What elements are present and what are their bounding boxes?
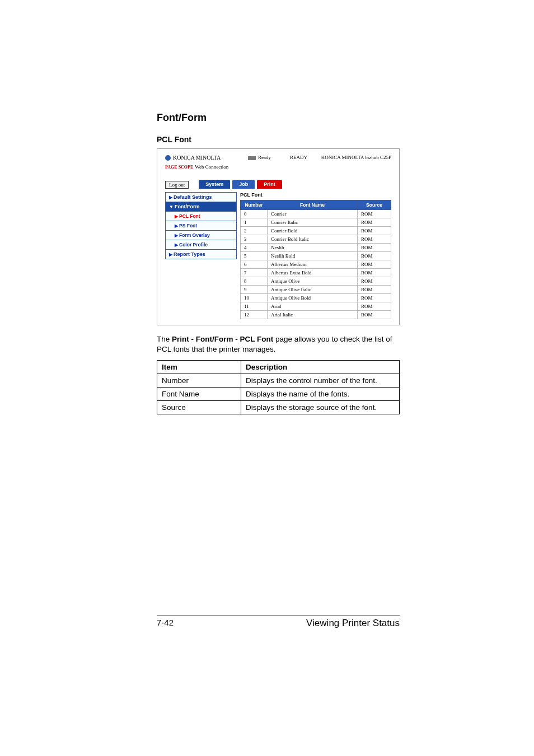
sidebar-label: Report Types: [174, 251, 205, 257]
cell-number: 6: [241, 260, 268, 269]
cell-number: 1: [241, 218, 268, 227]
cell-font-name: Courier Bold: [268, 227, 358, 235]
cell-source: ROM: [358, 286, 391, 294]
table-row: SourceDisplays the storage source of the…: [157, 401, 400, 414]
triangle-down-icon: ▼: [169, 204, 174, 209]
cell-source: ROM: [358, 269, 391, 277]
cell-source: ROM: [358, 244, 391, 252]
table-row: Font NameDisplays the name of the fonts.: [157, 388, 400, 401]
page-number: 7-42: [157, 618, 174, 629]
description-table: Item Description NumberDisplays the cont…: [157, 360, 400, 414]
table-row: 1Courier ItalicROM: [241, 218, 391, 227]
brand-text: KONICA MINOLTA: [173, 155, 221, 161]
cell-font-name: Arial: [268, 302, 358, 311]
table-row: 3Courier Bold ItalicROM: [241, 235, 391, 244]
sidebar-sub-ps-font[interactable]: ▶PS Font: [165, 221, 237, 231]
tab-system[interactable]: System: [199, 180, 230, 189]
screenshot-panel: KONICA MINOLTA PAGE SCOPE Web Connection…: [157, 148, 400, 325]
subbrand-row: PAGE SCOPE Web Connection: [165, 164, 228, 170]
cell-font-name: Arial Italic: [268, 311, 358, 319]
cell-font-name: Courier: [268, 210, 358, 218]
th-item: Item: [157, 361, 241, 374]
ready-big: READY: [290, 155, 307, 160]
table-row: 2Courier BoldROM: [241, 227, 391, 235]
cell-number: 3: [241, 235, 268, 244]
cell-description: Displays the name of the fonts.: [241, 388, 400, 401]
cell-source: ROM: [358, 252, 391, 260]
pcl-font-table: Number Font Name Source 0CourierROM1Cour…: [240, 200, 391, 319]
tab-print[interactable]: Print: [257, 180, 282, 189]
cell-font-name: Antique Olive: [268, 277, 358, 286]
th-number: Number: [241, 200, 268, 210]
sidebar-label: Font/Form: [175, 204, 200, 209]
cell-item: Font Name: [157, 388, 241, 401]
cell-number: 11: [241, 302, 268, 311]
triangle-right-icon: ▶: [175, 214, 178, 219]
table-row: 11ArialROM: [241, 302, 391, 311]
cell-source: ROM: [358, 294, 391, 302]
cell-number: 12: [241, 311, 268, 319]
triangle-right-icon: ▶: [175, 242, 178, 248]
body-text-prefix: The: [157, 335, 172, 343]
cell-font-name: Neslih: [268, 244, 358, 252]
main-panel-title: PCL Font: [240, 192, 391, 198]
th-font-name: Font Name: [268, 200, 358, 210]
cell-source: ROM: [358, 235, 391, 244]
body-paragraph: The Print - Font/Form - PCL Font page al…: [157, 334, 400, 354]
cell-font-name: Albertus Medium: [268, 260, 358, 269]
table-row: 8Antique OliveROM: [241, 277, 391, 286]
table-row: 4NeslihROM: [241, 244, 391, 252]
subbrand-text: Web Connection: [195, 164, 228, 170]
sidebar-item-font-form[interactable]: ▼Font/Form: [165, 202, 237, 212]
table-row: 0CourierROM: [241, 210, 391, 218]
cell-description: Displays the storage source of the font.: [241, 401, 400, 414]
konica-logo-icon: [165, 155, 171, 161]
sidebar-item-report-types[interactable]: ▶Report Types: [165, 249, 237, 259]
table-row: 12Arial ItalicROM: [241, 311, 391, 319]
device-name: KONICA MINOLTA bizhub C25P: [321, 155, 391, 160]
heading-font-form: Font/Form: [157, 112, 400, 124]
cell-source: ROM: [358, 277, 391, 286]
cell-font-name: Courier Bold Italic: [268, 235, 358, 244]
brand-row: KONICA MINOLTA: [165, 155, 228, 161]
cell-font-name: Courier Italic: [268, 218, 358, 227]
sidebar-sub-form-overlay[interactable]: ▶Form Overlay: [165, 230, 237, 240]
printer-icon: [248, 155, 256, 160]
tab-row: System Job Print: [199, 180, 282, 189]
sidebar-label: PS Font: [179, 223, 197, 228]
sidebar-item-default-settings[interactable]: ▶Default Settings: [165, 192, 237, 202]
sidebar-label: Form Overlay: [179, 232, 210, 238]
triangle-right-icon: ▶: [169, 252, 172, 257]
table-row: 5Neslih BoldROM: [241, 252, 391, 260]
body-text-bold: Print - Font/Form - PCL Font: [172, 335, 273, 343]
table-row: 10Antique Olive BoldROM: [241, 294, 391, 302]
heading-pcl-font: PCL Font: [157, 135, 400, 144]
sidebar-sub-color-profile[interactable]: ▶Color Profile: [165, 240, 237, 250]
cell-number: 9: [241, 286, 268, 294]
sidebar-sub-pcl-font[interactable]: ▶PCL Font: [165, 211, 237, 221]
sidebar-label: Color Profile: [179, 242, 208, 248]
cell-number: 2: [241, 227, 268, 235]
pagescope-mark-icon: PAGE SCOPE: [165, 165, 193, 170]
page-footer: 7-42 Viewing Printer Status: [157, 615, 400, 629]
cell-source: ROM: [358, 218, 391, 227]
sidebar-label: PCL Font: [179, 213, 200, 219]
triangle-right-icon: ▶: [175, 223, 178, 228]
table-row: 7Albertus Extra BoldROM: [241, 269, 391, 277]
table-row: NumberDisplays the control number of the…: [157, 374, 400, 388]
cell-item: Source: [157, 401, 241, 414]
cell-number: 7: [241, 269, 268, 277]
footer-title: Viewing Printer Status: [306, 618, 400, 629]
sidebar-label: Default Settings: [174, 194, 212, 200]
cell-number: 0: [241, 210, 268, 218]
cell-number: 4: [241, 244, 268, 252]
th-source: Source: [358, 200, 391, 210]
sidebar: ▶Default Settings ▼Font/Form ▶PCL Font ▶…: [165, 192, 237, 259]
table-row: 9Antique Olive ItalicROM: [241, 286, 391, 294]
logout-button[interactable]: Log out: [165, 181, 189, 189]
cell-font-name: Antique Olive Bold: [268, 294, 358, 302]
cell-source: ROM: [358, 260, 391, 269]
tab-job[interactable]: Job: [232, 180, 255, 189]
th-description: Description: [241, 361, 400, 374]
table-row: 6Albertus MediumROM: [241, 260, 391, 269]
